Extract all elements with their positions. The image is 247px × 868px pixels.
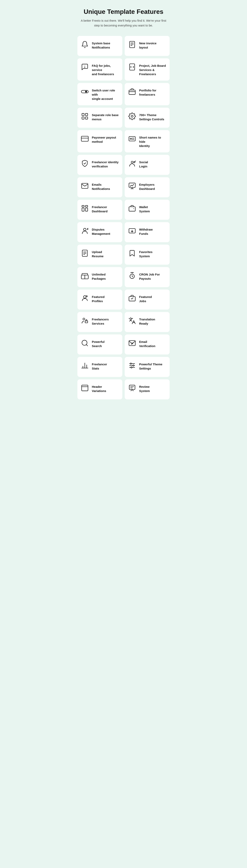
feature-card-featured-jobs: Featured Jobs — [125, 289, 169, 310]
svg-point-44 — [84, 296, 86, 298]
emails-notifications-label: Emails Notifications — [92, 182, 110, 191]
withdraw-funds-icon — [128, 226, 136, 235]
freelancer-identity-icon — [81, 159, 89, 167]
employers-dashboard-label: Employers Dashboard — [139, 182, 155, 191]
upload-resume-label: Upload Resume — [92, 249, 103, 258]
svg-rect-28 — [85, 206, 88, 207]
feature-card-header-variations: Header Variations — [78, 379, 122, 399]
feature-card-employers-dashboard: Employers Dashboard — [125, 177, 169, 197]
feature-card-system-base-notifications: System base Notifications — [78, 36, 122, 56]
separate-role-base-menus-icon — [81, 112, 89, 121]
faq-label: FAQ for jobs, service and freelancers — [92, 63, 119, 76]
page-header: Unique Template Features A better Freeio… — [78, 8, 169, 28]
svg-point-47 — [83, 318, 85, 320]
page-container: Unique Template Features A better Freeio… — [78, 8, 169, 860]
cron-job-label: CRON Job For Payouts — [139, 272, 160, 281]
svg-rect-48 — [85, 321, 88, 323]
employers-dashboard-icon — [128, 182, 136, 190]
feature-card-review-system: Review System — [125, 379, 169, 399]
emails-notifications-icon — [81, 182, 89, 190]
translation-ready-icon — [128, 316, 136, 325]
svg-rect-13 — [85, 117, 88, 119]
svg-point-58 — [130, 363, 131, 364]
review-system-icon — [128, 384, 136, 392]
switch-user-role-label: Switch user role with single account — [92, 87, 119, 101]
new-invoice-layout-icon — [128, 40, 136, 49]
svg-point-22 — [134, 162, 135, 163]
freelancers-services-icon — [81, 316, 89, 325]
svg-rect-10 — [82, 114, 84, 116]
project-job-board-label: Project, Job Board Services & Freelancer… — [139, 63, 166, 76]
svg-rect-8 — [129, 90, 135, 94]
disputes-management-label: Disputes Management — [92, 226, 110, 236]
feature-card-portfolio-freelancers: Portfolio for freelancers — [125, 83, 169, 105]
faq-icon — [81, 63, 89, 71]
featured-jobs-icon — [128, 294, 136, 302]
short-names-icon — [128, 134, 136, 143]
social-login-label: Social Login — [139, 159, 148, 168]
feature-card-new-invoice-layout: New invoice layout — [125, 36, 169, 56]
svg-rect-29 — [82, 208, 84, 211]
powerful-search-label: Powerful Search — [92, 339, 104, 348]
svg-point-34 — [87, 229, 88, 229]
review-system-label: Review System — [139, 384, 150, 393]
feature-card-short-names: Short names to hide Identity — [125, 130, 169, 152]
svg-point-45 — [86, 296, 87, 297]
freelancers-services-label: Freelancers Services — [92, 316, 109, 326]
favorites-system-icon — [128, 249, 136, 257]
freelancer-stats-icon — [81, 361, 89, 370]
portfolio-freelancers-icon — [128, 87, 136, 96]
feature-card-translation-ready: Translation Ready — [125, 312, 169, 332]
system-base-notifications-label: System base Notifications — [92, 40, 110, 50]
features-grid: System base NotificationsNew invoice lay… — [78, 36, 169, 399]
new-invoice-layout-label: New invoice layout — [139, 40, 157, 50]
cron-job-icon — [128, 272, 136, 280]
email-verification-icon — [128, 339, 136, 347]
feature-card-freelancer-dashboard: Freelancer Dashboard — [78, 200, 122, 220]
feature-card-upload-resume: Upload Resume — [78, 245, 122, 265]
feature-card-social-login: Social Login — [125, 155, 169, 175]
svg-point-31 — [133, 208, 134, 209]
feature-card-unlimited-packages: Unlimited Packages — [78, 267, 122, 287]
featured-jobs-label: Featured Jobs — [139, 294, 152, 303]
freelancer-dashboard-icon — [81, 204, 89, 213]
payoneer-payout-icon — [81, 134, 89, 143]
svg-rect-61 — [82, 385, 88, 391]
theme-settings-controls-icon — [128, 112, 136, 121]
header-variations-label: Header Variations — [92, 384, 106, 393]
translation-ready-label: Translation Ready — [139, 316, 155, 326]
system-base-notifications-icon — [81, 40, 89, 49]
page-title: Unique Template Features — [80, 8, 167, 16]
svg-rect-12 — [82, 117, 84, 119]
feature-card-payoneer-payout: Payoneer payout method — [78, 130, 122, 152]
powerful-theme-settings-label: Powerful Theme Settings — [139, 361, 162, 371]
svg-line-23 — [135, 161, 135, 161]
feature-card-freelancer-identity: Freelancer identity verification — [78, 155, 122, 175]
powerful-search-icon — [81, 339, 89, 347]
feature-card-withdraw-funds: Withdraw Funds — [125, 222, 169, 242]
svg-rect-6 — [82, 90, 88, 93]
feature-card-emails-notifications: Emails Notifications — [78, 177, 122, 197]
svg-point-32 — [84, 228, 86, 231]
feature-card-cron-job: CRON Job For Payouts — [125, 267, 169, 287]
featured-profiles-label: Featured Profiles — [92, 294, 104, 303]
unlimited-packages-label: Unlimited Packages — [92, 272, 106, 281]
feature-card-separate-role-base-menus: Separate role base menus — [78, 108, 122, 128]
withdraw-funds-label: Withdraw Funds — [139, 226, 153, 236]
short-names-label: Short names to hide Identity — [139, 134, 166, 148]
separate-role-base-menus-label: Separate role base menus — [92, 112, 119, 121]
favorites-system-label: Favorites System — [139, 249, 153, 258]
feature-card-powerful-theme-settings: Powerful Theme Settings — [125, 357, 169, 377]
freelancer-dashboard-label: Freelancer Dashboard — [92, 204, 107, 213]
feature-card-project-job-board: Project, Job Board Services & Freelancer… — [125, 58, 169, 81]
svg-rect-27 — [82, 206, 84, 207]
svg-rect-63 — [129, 385, 135, 390]
svg-rect-15 — [82, 136, 88, 141]
social-login-icon — [128, 159, 136, 167]
project-job-board-icon — [128, 63, 136, 71]
svg-point-14 — [131, 115, 133, 117]
svg-rect-24 — [129, 183, 135, 187]
header-variations-icon — [81, 384, 89, 392]
svg-point-7 — [85, 91, 87, 93]
svg-point-18 — [130, 138, 131, 140]
